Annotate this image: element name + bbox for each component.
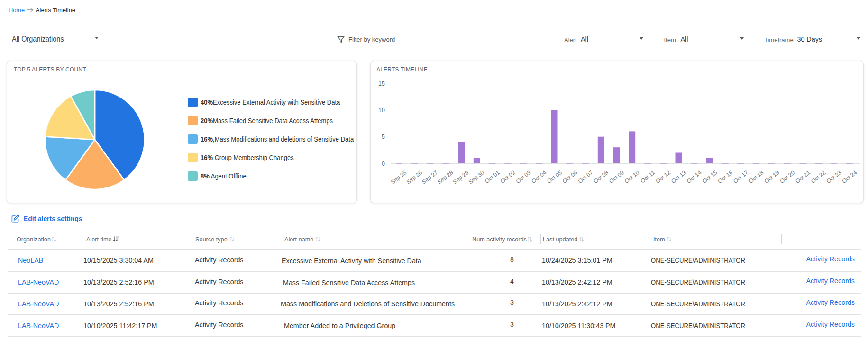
- svg-text:Oct 18: Oct 18: [748, 169, 765, 185]
- svg-text:Oct 08: Oct 08: [593, 169, 610, 185]
- svg-text:15: 15: [378, 80, 385, 87]
- svg-text:Oct 13: Oct 13: [670, 169, 687, 185]
- svg-text:Oct 15: Oct 15: [701, 169, 719, 185]
- svg-text:5: 5: [382, 133, 385, 140]
- svg-text:Oct 03: Oct 03: [515, 169, 532, 185]
- svg-text:10: 10: [378, 107, 385, 114]
- svg-text:Oct 10: Oct 10: [623, 169, 641, 185]
- svg-text:Oct 23: Oct 23: [825, 169, 843, 185]
- svg-text:Oct 04: Oct 04: [530, 169, 548, 185]
- svg-text:Oct 22: Oct 22: [810, 169, 827, 185]
- svg-text:Sep 29: Sep 29: [452, 169, 470, 186]
- svg-text:Oct 01: Oct 01: [484, 169, 501, 185]
- svg-text:Sep 27: Sep 27: [420, 169, 439, 186]
- svg-text:Oct 17: Oct 17: [732, 169, 749, 185]
- svg-text:0: 0: [382, 160, 385, 167]
- svg-text:Oct 02: Oct 02: [499, 169, 517, 185]
- svg-text:Oct 20: Oct 20: [779, 169, 796, 185]
- svg-text:Oct 05: Oct 05: [546, 169, 563, 185]
- svg-text:Oct 06: Oct 06: [561, 169, 579, 185]
- svg-text:Sep 25: Sep 25: [390, 169, 408, 186]
- svg-text:Oct 24: Oct 24: [841, 169, 859, 185]
- svg-text:Oct 21: Oct 21: [794, 169, 812, 185]
- svg-text:Sep 28: Sep 28: [436, 169, 455, 186]
- svg-text:Oct 19: Oct 19: [763, 169, 781, 185]
- svg-text:Oct 09: Oct 09: [608, 169, 625, 185]
- svg-text:Oct 14: Oct 14: [685, 169, 703, 185]
- svg-text:Sep 26: Sep 26: [405, 169, 423, 186]
- svg-text:Oct 11: Oct 11: [639, 169, 656, 184]
- svg-text:Oct 07: Oct 07: [577, 169, 594, 185]
- svg-text:Oct 16: Oct 16: [717, 169, 734, 185]
- svg-text:Oct 12: Oct 12: [655, 169, 672, 185]
- svg-text:Sep 30: Sep 30: [467, 169, 485, 186]
